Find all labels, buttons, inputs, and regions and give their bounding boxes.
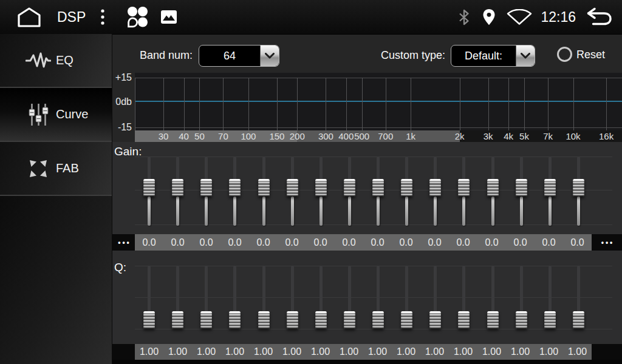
q-value-2: 1.00 <box>163 344 192 360</box>
q-values: 1.001.001.001.001.001.001.001.001.001.00… <box>135 344 592 360</box>
sidebar: EQ <box>0 34 112 364</box>
q-slider-1[interactable] <box>135 266 163 329</box>
q-slider-15[interactable] <box>536 266 564 329</box>
q-slider-13[interactable] <box>479 266 507 329</box>
gain-slider-13[interactable] <box>479 157 507 226</box>
gain-slider-7[interactable] <box>307 157 335 226</box>
gain-slider-knob[interactable] <box>287 179 298 197</box>
q-slider-knob[interactable] <box>287 311 298 329</box>
q-slider-knob[interactable] <box>200 311 212 329</box>
q-slider-3[interactable] <box>192 266 220 329</box>
overflow-menu-icon[interactable] <box>99 7 106 27</box>
q-slider-knob[interactable] <box>401 311 412 329</box>
x-tick-label: 300 <box>318 130 333 142</box>
gain-slider-8[interactable] <box>335 157 364 226</box>
band-num-dropdown[interactable]: 64 <box>199 45 279 67</box>
gain-slider-10[interactable] <box>392 157 421 226</box>
gain-slider-knob[interactable] <box>229 179 241 197</box>
gain-slider-3[interactable] <box>192 157 220 226</box>
reset-label: Reset <box>576 49 605 61</box>
gain-slider-6[interactable] <box>278 157 307 226</box>
q-slider-knob[interactable] <box>544 311 556 329</box>
gain-slider-knob[interactable] <box>372 179 384 197</box>
gain-slider-knob[interactable] <box>344 179 355 197</box>
custom-type-dropdown[interactable]: Default: <box>451 45 535 67</box>
q-slider-5[interactable] <box>250 266 278 329</box>
slider-track <box>291 197 294 226</box>
clock: 12:16 <box>541 9 576 25</box>
gain-slider-knob[interactable] <box>401 179 412 197</box>
q-slider-16[interactable] <box>564 266 593 329</box>
gain-slider-knob[interactable] <box>487 179 499 197</box>
gain-slider-16[interactable] <box>564 157 593 226</box>
sidebar-item-fab[interactable]: FAB <box>0 142 112 195</box>
gain-slider-14[interactable] <box>507 157 536 226</box>
q-slider-knob[interactable] <box>229 311 241 329</box>
slider-track <box>491 197 494 226</box>
q-slider-knob[interactable] <box>573 311 584 329</box>
q-slider-knob[interactable] <box>315 311 327 329</box>
q-slider-12[interactable] <box>449 266 478 329</box>
grid-line <box>135 78 135 130</box>
q-slider-knob[interactable] <box>344 311 355 329</box>
q-slider-8[interactable] <box>335 266 364 329</box>
q-slider-14[interactable] <box>507 266 536 329</box>
gain-slider-knob[interactable] <box>429 179 441 197</box>
gain-slider-knob[interactable] <box>315 179 327 197</box>
gain-value-1: 0.0 <box>135 234 163 251</box>
q-value-11: 1.00 <box>420 344 449 360</box>
apps-clover-icon[interactable] <box>126 5 149 29</box>
home-icon[interactable] <box>16 6 43 28</box>
q-slider-knob[interactable] <box>372 311 384 329</box>
sidebar-item-curve[interactable]: Curve <box>0 88 112 141</box>
gain-slider-5[interactable] <box>250 157 278 226</box>
q-value-5: 1.00 <box>249 344 278 360</box>
q-slider-knob[interactable] <box>429 311 441 329</box>
gain-slider-knob[interactable] <box>200 179 212 197</box>
gain-slider-knob[interactable] <box>458 179 470 197</box>
reset-radio[interactable] <box>557 47 572 62</box>
gain-slider-2[interactable] <box>163 157 192 226</box>
gain-slider-knob[interactable] <box>573 179 584 197</box>
q-slider-4[interactable] <box>220 266 249 329</box>
gain-slider-11[interactable] <box>421 157 449 226</box>
chevron-down-icon[interactable] <box>516 46 535 66</box>
sidebar-item-eq[interactable]: EQ <box>0 34 112 87</box>
sidebar-item-label: Curve <box>56 107 88 121</box>
gain-slider-knob[interactable] <box>172 179 183 197</box>
gain-slider-knob[interactable] <box>258 179 270 197</box>
q-slider-knob[interactable] <box>172 311 183 329</box>
gain-slider-1[interactable] <box>135 157 163 226</box>
gain-slider-12[interactable] <box>449 157 478 226</box>
q-slider-6[interactable] <box>278 266 307 329</box>
slider-track <box>520 266 523 313</box>
gain-scroll-right-button[interactable]: ••• <box>592 234 622 251</box>
gain-slider-15[interactable] <box>536 157 564 226</box>
x-tick-label: 40 <box>179 130 189 142</box>
q-slider-knob[interactable] <box>258 311 270 329</box>
q-scroll-left-button[interactable] <box>112 344 135 360</box>
q-slider-10[interactable] <box>392 266 421 329</box>
gain-scroll-left-button[interactable]: ••• <box>112 234 135 251</box>
q-slider-7[interactable] <box>307 266 335 329</box>
q-slider-knob[interactable] <box>516 311 527 329</box>
q-slider-2[interactable] <box>163 266 192 329</box>
q-slider-knob[interactable] <box>487 311 499 329</box>
grid-line <box>488 78 489 130</box>
back-icon[interactable] <box>584 7 613 27</box>
q-slider-knob[interactable] <box>458 311 470 329</box>
gain-slider-knob[interactable] <box>143 179 155 197</box>
q-value-8: 1.00 <box>335 344 363 360</box>
sidebar-item-label: EQ <box>56 53 73 67</box>
gain-slider-4[interactable] <box>220 157 249 226</box>
slider-track <box>176 266 179 313</box>
q-slider-11[interactable] <box>421 266 449 329</box>
gallery-icon[interactable] <box>161 10 177 24</box>
q-scroll-right-button[interactable] <box>592 344 622 360</box>
gain-slider-9[interactable] <box>364 157 392 226</box>
gain-slider-knob[interactable] <box>516 179 527 197</box>
chevron-down-icon[interactable] <box>260 46 279 66</box>
gain-slider-knob[interactable] <box>544 179 556 197</box>
q-slider-knob[interactable] <box>143 311 155 329</box>
q-slider-9[interactable] <box>364 266 392 329</box>
